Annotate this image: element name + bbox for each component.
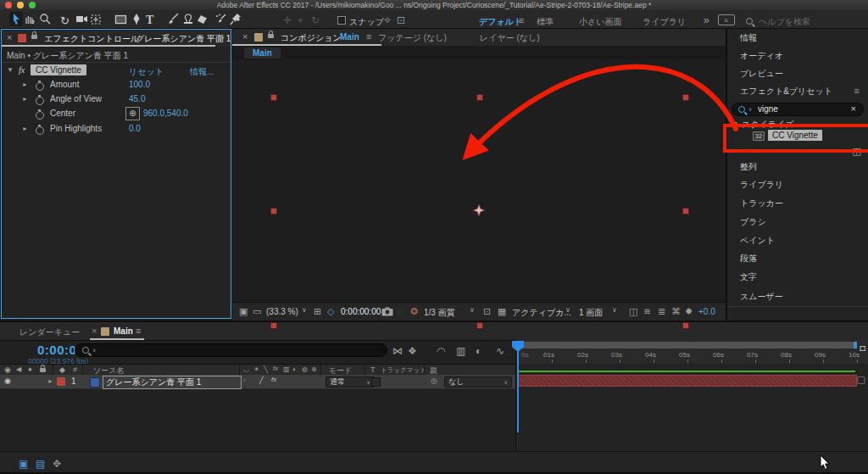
expand-triangle-icon[interactable]: ► [22,96,28,102]
fast-previews-icon[interactable]: ≋ [643,307,651,316]
screen-icon[interactable]: ▭ [253,307,261,316]
layer-visibility-toggle[interactable]: ◉ [4,377,11,385]
workspace-settings-button[interactable]: ≡ [718,14,735,25]
motion-blur-master-icon[interactable]: ▤ [36,459,45,469]
draft-3d-icon[interactable]: ❖ [408,346,417,356]
timeline-search-box[interactable]: ∨ [75,343,387,357]
zoom-tool-button[interactable] [39,13,52,25]
layer-label-chip[interactable] [57,377,65,386]
snap-checkbox[interactable] [337,16,346,25]
timeline-button-icon[interactable]: ≣ [658,307,665,316]
transparency-grid-icon[interactable]: ▦ [498,307,506,316]
zoom-dropdown[interactable]: (33.3 %) [266,307,298,316]
panel-header-paint[interactable]: ペイント [727,231,868,250]
param-value[interactable]: 0.0 [129,124,141,133]
exposure-value[interactable]: +0.0 [698,307,715,316]
effect-controls-tab-title[interactable]: エフェクトコントロール [44,33,139,45]
rectangle-tool-button[interactable] [114,14,127,25]
snap-label[interactable]: スナップ [349,16,384,28]
panel-overflow-chevron-icon[interactable]: » [219,32,225,42]
panel-header-brushes[interactable]: ブラシ [727,213,868,232]
anchor-point-marker[interactable] [473,204,485,216]
selection-handle[interactable] [476,322,483,329]
resolution-dropdown[interactable]: 1/3 画質 [424,307,455,319]
timeline-ruler-area[interactable]: ◘ 0s 01s 02s 03s 04s 05s 06s 07s 08s 09s… [515,340,868,364]
selection-handle[interactable] [270,94,277,101]
work-area-bar[interactable] [518,342,857,349]
panel-header-libraries[interactable]: ライブラリ [727,176,868,195]
param-value[interactable]: 100.0 [129,80,150,89]
collapse-triangle-icon[interactable]: ▼ [7,67,14,74]
workspace-tab-small-screen[interactable]: 小さい画面 [579,16,621,28]
pixel-aspect-icon[interactable]: ◫ [629,307,637,316]
workspace-tab-default[interactable]: デフォルト [479,16,522,28]
workspace-default-menu-icon[interactable]: ≡ [519,16,524,25]
render-queue-tab[interactable]: レンダーキュー [19,326,80,338]
search-scope-chevron-icon[interactable]: ∨ [748,107,752,112]
motion-blur-icon[interactable]: ◐ [476,346,481,356]
roto-brush-tool-button[interactable] [214,13,227,25]
pen-tool-button[interactable] [131,13,142,25]
composition-flowchart-icon[interactable]: ⋈ [392,346,403,356]
live-update-icon[interactable]: ✥ [53,459,61,469]
clear-search-icon[interactable]: × [851,104,856,114]
fx-badge[interactable]: fx [19,65,25,75]
search-scope-chevron-icon[interactable]: ∨ [92,348,96,353]
view-layout-chevron-icon[interactable]: ∨ [612,307,617,314]
graph-editor-icon[interactable]: ∿ [496,346,504,356]
expand-triangle-icon[interactable]: ► [22,81,28,87]
mask-visibility-icon[interactable]: ◇ [327,307,334,316]
close-icon[interactable]: × [242,32,248,42]
composition-tab-name[interactable]: Main [340,32,359,42]
zoom-chevron-icon[interactable]: ∨ [302,307,307,314]
parent-dropdown[interactable]: なし ∨ [444,376,512,388]
comp-button-icon[interactable]: ▢ [857,375,865,384]
selection-handle[interactable] [682,94,689,101]
show-snapshot-icon[interactable]: ◌ [398,307,403,316]
close-icon[interactable]: × [7,33,12,42]
rotate-tool-button[interactable]: ↻ [60,15,70,26]
layer-solid-color-chip[interactable] [90,377,100,388]
mask-feather-icon[interactable]: ✧ [383,15,392,25]
layer-expand-triangle[interactable]: ► [47,378,53,384]
workspace-tab-library[interactable]: ライブラリ [643,16,686,28]
comp-marker-bin-icon[interactable]: ◘ [860,343,865,353]
effect-reset-button[interactable]: リセット [129,66,164,78]
grid-options-icon[interactable]: ⊞ [314,307,321,316]
layer-switch-box-icon[interactable]: ▫ [243,377,246,384]
resolution-chevron-icon[interactable]: ∨ [470,307,475,314]
region-corner-icon[interactable]: ⊡ [397,15,405,25]
param-value[interactable]: 960.0,540.0 [143,109,188,118]
effect-name-selected[interactable]: CC Vignette [31,64,86,75]
selection-handle[interactable] [270,208,277,215]
panel-menu-icon[interactable]: ≡ [136,326,141,336]
param-value[interactable]: 45.0 [129,94,145,103]
camera-chevron-icon[interactable]: ∨ [565,307,570,314]
selection-handle[interactable] [682,322,689,329]
panel-header-info[interactable]: 情報 [727,29,868,47]
viewer-area[interactable] [232,60,726,302]
selection-handle[interactable] [476,94,483,101]
timeline-main-tab[interactable]: Main [114,326,133,336]
panel-header-preview[interactable]: プレビュー [727,64,868,83]
selection-tool-button[interactable] [9,12,23,26]
camera-view-dropdown[interactable]: アクティブカ... [512,307,571,319]
viewer-lock-icon[interactable]: ▣ [239,307,248,316]
workspace-tab-standard[interactable]: 標準 [537,16,554,28]
layer-name[interactable]: グレー系シアン青 平面 1 [103,376,242,389]
hide-shy-layers-icon[interactable]: ◠ [437,346,445,356]
pan-behind-tool-button[interactable] [90,14,102,25]
effect-controls-tab-layer[interactable]: グレー系シアン青 平面 1 [136,33,231,45]
puppet-pin-tool-button[interactable] [230,13,242,25]
selection-handle[interactable] [682,208,689,215]
hand-tool-button[interactable] [23,13,36,25]
more-workspaces-chevron-icon[interactable]: » [704,15,709,25]
stopwatch-icon[interactable] [36,126,44,135]
eraser-tool-button[interactable] [197,14,209,25]
expand-triangle-icon[interactable]: ► [22,125,28,131]
layer-tab[interactable]: レイヤー (なし) [480,32,540,44]
reset-exposure-icon[interactable]: ✸ [685,307,693,316]
text-tool-button[interactable]: T [146,14,153,27]
track-area[interactable]: ▢ [515,364,868,451]
lock-icon[interactable] [31,35,37,39]
